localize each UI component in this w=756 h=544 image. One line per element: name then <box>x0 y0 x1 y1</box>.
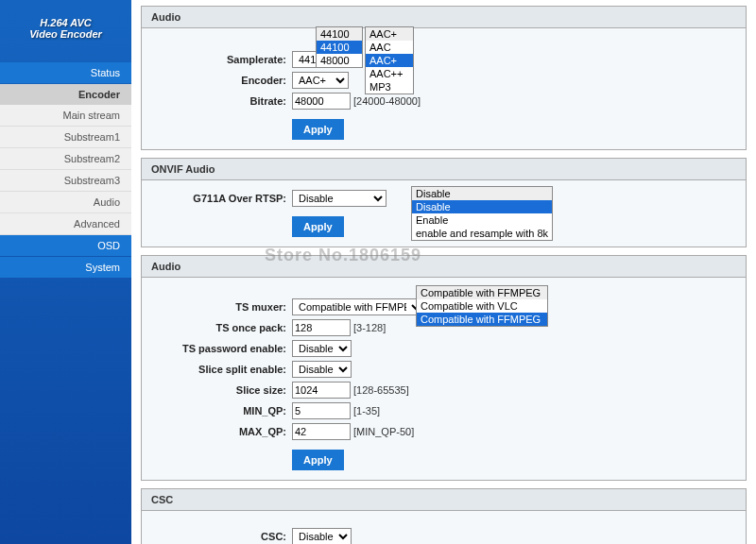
logo: H.264 AVC Video Encoder <box>0 0 131 57</box>
samplerate-option-sel[interactable]: 44100 <box>317 41 362 54</box>
nav: Status Encoder Main stream Substream1 Su… <box>0 62 131 279</box>
slice-size-input[interactable] <box>292 382 351 399</box>
encoder-select[interactable]: AAC+ <box>292 72 349 89</box>
encoder-option[interactable]: MP3 <box>366 80 413 94</box>
panel-audio1-title: Audio <box>142 7 746 28</box>
ts-pw-label: TS password enable: <box>155 343 292 354</box>
nav-sub-3[interactable]: Substream3 <box>0 170 131 192</box>
samplerate-label: Samplerate: <box>155 54 292 65</box>
nav-sub-audio[interactable]: Audio <box>0 192 131 213</box>
g711-option[interactable]: Disable <box>412 187 552 200</box>
nav-sub-main[interactable]: Main stream <box>0 105 131 127</box>
slice-split-label: Slice split enable: <box>155 364 292 375</box>
nav-status[interactable]: Status <box>0 62 131 83</box>
max-qp-label: MAX_QP: <box>155 426 292 437</box>
min-qp-hint: [1-35] <box>353 405 380 416</box>
sidebar: H.264 AVC Video Encoder Status Encoder M… <box>0 0 131 544</box>
panel-audio1: Audio Samplerate: 44100 Encoder: AAC+ Bi… <box>141 6 747 150</box>
panel-csc: CSC CSC: Disable Contrast: [0-255],Defau… <box>141 488 747 544</box>
logo-line2: Video Encoder <box>8 28 124 40</box>
ts-once-label: TS once pack: <box>155 322 292 333</box>
max-qp-hint: [MIN_QP-50] <box>353 426 414 437</box>
ts-pw-select[interactable]: Disable <box>292 340 352 357</box>
slice-size-hint: [128-65535] <box>353 384 409 396</box>
samplerate-dropdown[interactable]: 44100 44100 48000 <box>316 26 363 68</box>
g711-select[interactable]: Disable <box>292 190 387 207</box>
apply-onvif[interactable]: Apply <box>292 216 344 237</box>
panel-onvif-title: ONVIF Audio <box>142 159 746 180</box>
bitrate-input[interactable] <box>292 93 351 110</box>
min-qp-label: MIN_QP: <box>155 405 292 416</box>
ts-muxer-label: TS muxer: <box>155 301 292 313</box>
g711-option[interactable]: Enable <box>412 213 552 227</box>
samplerate-option[interactable]: 44100 <box>317 27 362 41</box>
encoder-dropdown[interactable]: AAC+ AAC AAC+ AAC++ MP3 <box>365 26 414 94</box>
apply-audio2[interactable]: Apply <box>292 450 344 470</box>
bitrate-label: Bitrate: <box>155 95 292 107</box>
nav-sub-advanced[interactable]: Advanced <box>0 213 131 235</box>
panel-onvif: ONVIF Audio G711A Over RTSP: Disable App… <box>141 158 747 247</box>
g711-dropdown[interactable]: Disable Disable Enable enable and resamp… <box>411 186 553 241</box>
encoder-option-sel[interactable]: AAC+ <box>366 54 413 67</box>
bitrate-hint: [24000-48000] <box>353 95 421 107</box>
g711-option-sel[interactable]: Disable <box>412 200 552 213</box>
nav-sub-1[interactable]: Substream1 <box>0 127 131 148</box>
ts-muxer-select[interactable]: Compatible with FFMPEG <box>292 298 424 315</box>
ts-muxer-option-sel[interactable]: Compatible with FFMPEG <box>417 313 547 326</box>
panel-audio2: Audio TS muxer: Compatible with FFMPEG T… <box>141 255 747 481</box>
max-qp-input[interactable] <box>292 423 351 440</box>
encoder-option[interactable]: AAC++ <box>366 67 413 80</box>
encoder-option[interactable]: AAC <box>366 41 413 54</box>
g711-label: G711A Over RTSP: <box>155 193 292 204</box>
panel-audio2-title: Audio <box>142 256 746 278</box>
apply-audio1[interactable]: Apply <box>292 119 344 140</box>
encoder-option[interactable]: AAC+ <box>366 27 413 41</box>
logo-line1: H.264 AVC <box>8 17 124 28</box>
encoder-label: Encoder: <box>155 75 292 86</box>
nav-system[interactable]: System <box>0 257 131 278</box>
min-qp-input[interactable] <box>292 402 351 419</box>
nav-encoder[interactable]: Encoder <box>0 84 131 105</box>
panel-csc-title: CSC <box>142 489 746 511</box>
slice-size-label: Slice size: <box>155 384 292 396</box>
ts-muxer-option[interactable]: Compatible with VLC <box>417 299 547 313</box>
slice-split-select[interactable]: Disable <box>292 361 352 378</box>
ts-once-input[interactable] <box>292 319 351 336</box>
content: Audio Samplerate: 44100 Encoder: AAC+ Bi… <box>131 0 756 544</box>
csc-label: CSC: <box>155 531 292 542</box>
ts-muxer-dropdown[interactable]: Compatible with FFMPEG Compatible with V… <box>416 285 548 327</box>
nav-osd[interactable]: OSD <box>0 235 131 256</box>
csc-select[interactable]: Disable <box>292 528 352 544</box>
nav-sub-2[interactable]: Substream2 <box>0 148 131 170</box>
ts-muxer-option[interactable]: Compatible with FFMPEG <box>417 286 547 299</box>
g711-option[interactable]: enable and resample with 8k <box>412 227 552 240</box>
nav-encoder-group: Encoder Main stream Substream1 Substream… <box>0 84 131 235</box>
ts-once-hint: [3-128] <box>353 322 386 333</box>
samplerate-option[interactable]: 48000 <box>317 54 362 67</box>
